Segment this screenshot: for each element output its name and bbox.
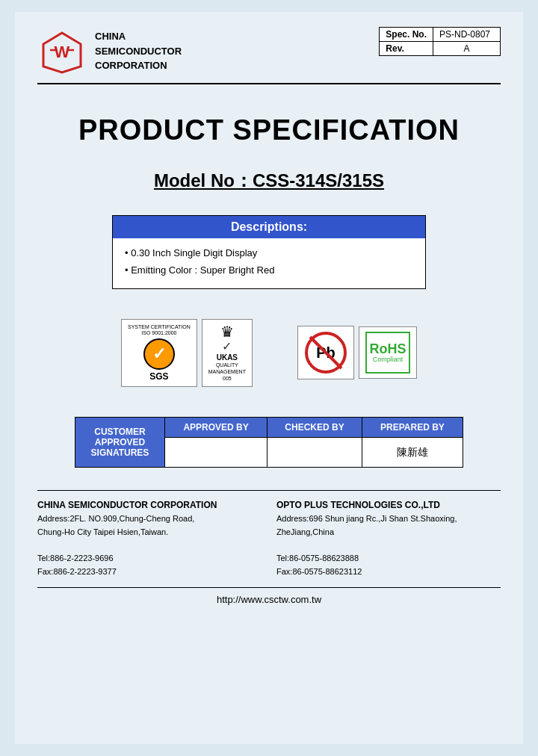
- company1-info: CHINA SEMICONDUCTOR CORPORATION Address:…: [37, 498, 262, 578]
- sgs-checkmark-icon: ✓: [152, 346, 166, 362]
- company1-name: CHINA SEMICONDUCTOR CORPORATION: [37, 498, 262, 512]
- description-item-1: • 0.30 Inch Single Digit Display: [125, 244, 413, 261]
- rev-value: A: [433, 42, 501, 56]
- ukas-cert-box: ♛ ✓ UKAS QUALITYMANAGEMENT005: [202, 319, 253, 387]
- company2-name: OPTO PLUS TECHNOLOGIES CO.,LTD: [276, 498, 501, 512]
- page: W CHINA SEMICONDUCTOR CORPORATION Spec. …: [15, 12, 523, 744]
- spec-no-label: Spec. No.: [380, 28, 433, 42]
- company1-fax: Fax:886-2-2223-9377: [37, 566, 262, 579]
- checked-by-value: [268, 438, 362, 468]
- rohs-sub: Compliant: [373, 356, 404, 363]
- spec-info-table: Spec. No. PS-ND-0807 Rev. A: [379, 27, 501, 56]
- signatures-table: CUSTOMER APPROVEDSIGNATURES APPROVED BY …: [75, 417, 463, 468]
- footer-companies: CHINA SEMICONDUCTOR CORPORATION Address:…: [37, 498, 501, 578]
- sgs-cert: SYSTEM CERTIFICATIONISO 9001:2000 ✓ SGS: [128, 324, 191, 382]
- spec-no-value: PS-ND-0807: [433, 28, 501, 42]
- rev-label: Rev.: [380, 42, 433, 56]
- descriptions-box: Descriptions: • 0.30 Inch Single Digit D…: [112, 215, 426, 289]
- pb-no-symbol: Pb: [304, 331, 347, 374]
- ukas-cert: ♛ ✓ UKAS QUALITYMANAGEMENT005: [208, 324, 246, 382]
- checked-by-header: CHECKED BY: [268, 418, 362, 438]
- sgs-label: SGS: [149, 371, 168, 382]
- approved-by-header: APPROVED BY: [165, 418, 268, 438]
- ukas-checkmark-icon: ✓: [222, 339, 232, 353]
- sgs-ukas-group: SYSTEM CERTIFICATIONISO 9001:2000 ✓ SGS …: [121, 319, 253, 387]
- ukas-sub: QUALITYMANAGEMENT005: [208, 362, 246, 382]
- spec-table-container: Spec. No. PS-ND-0807 Rev. A: [379, 27, 501, 56]
- description-item-2: • Emitting Color : Super Bright Red: [125, 261, 413, 279]
- descriptions-header: Descriptions:: [113, 216, 425, 238]
- title-section: PRODUCT SPECIFICATION: [37, 114, 501, 146]
- rohs-cert: RoHS Compliant: [365, 332, 410, 374]
- rohs-title: RoHS: [369, 342, 406, 356]
- pb-cert-box: Pb: [297, 326, 354, 379]
- company-name: CHINA SEMICONDUCTOR CORPORATION: [95, 29, 182, 73]
- certifications-section: SYSTEM CERTIFICATIONISO 9001:2000 ✓ SGS …: [37, 319, 501, 387]
- company1-address1: Address:2FL. NO.909,Chung-Cheng Road,: [37, 512, 262, 526]
- company2-info: OPTO PLUS TECHNOLOGIES CO.,LTD Address:6…: [276, 498, 501, 578]
- header-left: W CHINA SEMICONDUCTOR CORPORATION: [37, 27, 182, 75]
- svg-text:W: W: [54, 43, 69, 61]
- sgs-cert-box: SYSTEM CERTIFICATIONISO 9001:2000 ✓ SGS: [121, 319, 197, 387]
- company2-address2: ZheJiang,China: [276, 526, 501, 539]
- company-logo-icon: W: [40, 29, 84, 74]
- pb-rohs-group: Pb RoHS Compliant: [297, 326, 417, 379]
- company2-address1: Address:696 Shun jiang Rc.,Ji Shan St.Sh…: [276, 512, 501, 526]
- descriptions-body: • 0.30 Inch Single Digit Display • Emitt…: [113, 238, 425, 288]
- rohs-cert-box: RoHS Compliant: [359, 326, 417, 379]
- model-number: Model No：CSS-314S/315S: [154, 170, 384, 190]
- customer-approved-label: CUSTOMER APPROVEDSIGNATURES: [75, 418, 165, 468]
- pb-no-icon: Pb: [304, 331, 347, 374]
- company2-tel: Tel:86-0575-88623888: [276, 552, 501, 566]
- header: W CHINA SEMICONDUCTOR CORPORATION Spec. …: [37, 27, 501, 84]
- company2-fax: Fax:86-0575-88623112: [276, 566, 501, 579]
- company1-tel: Tel:886-2-2223-9696: [37, 552, 262, 566]
- prepared-by-header: PREPARED BY: [362, 418, 463, 438]
- ukas-crown-icon: ♛: [220, 324, 234, 339]
- company1-address2: Chung-Ho City Taipei Hsien,Taiwan.: [37, 526, 262, 539]
- model-section: Model No：CSS-314S/315S: [37, 169, 501, 193]
- sgs-circle-icon: ✓: [143, 338, 175, 370]
- signatures-section: CUSTOMER APPROVEDSIGNATURES APPROVED BY …: [75, 417, 463, 468]
- logo-box: W: [37, 27, 86, 75]
- prepared-by-value: 陳新雄: [362, 438, 463, 468]
- ukas-label: UKAS: [217, 353, 238, 362]
- footer-url: http://www.csctw.com.tw: [37, 587, 501, 605]
- page-title: PRODUCT SPECIFICATION: [37, 114, 501, 146]
- approved-by-value: [165, 438, 268, 468]
- footer-section: CHINA SEMICONDUCTOR CORPORATION Address:…: [37, 490, 501, 605]
- iso-text: SYSTEM CERTIFICATIONISO 9001:2000: [128, 324, 191, 337]
